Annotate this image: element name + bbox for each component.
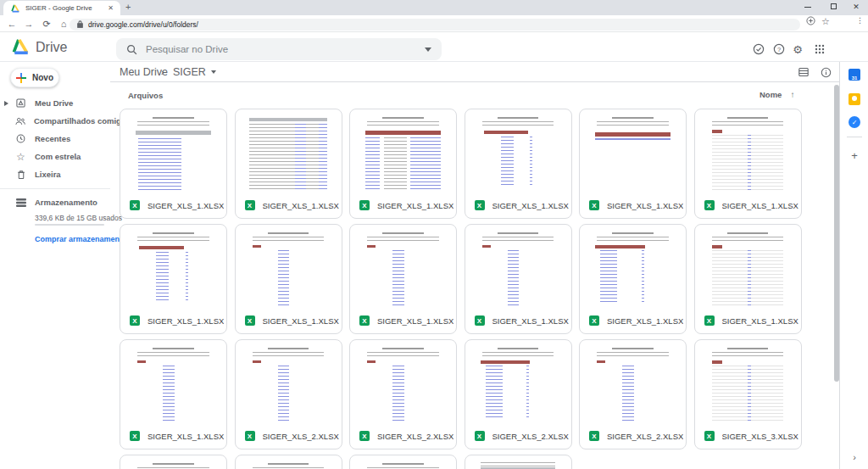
info-icon[interactable] bbox=[819, 65, 832, 79]
file-name: SIGER_XLS_1.XLSX bbox=[722, 201, 798, 210]
back-button[interactable]: ← bbox=[5, 16, 19, 31]
file-name: SIGER_XLS_1.XLSX bbox=[492, 316, 569, 326]
browser-menu-icon[interactable]: ⋮ bbox=[856, 16, 864, 25]
window-close-button[interactable]: ✕ bbox=[844, 0, 868, 15]
help-icon[interactable]: ? bbox=[770, 41, 788, 58]
file-card[interactable]: X bbox=[235, 455, 342, 469]
file-footer: X SIGER_XLS_2.XLSX bbox=[350, 423, 456, 449]
folder-menu-caret-icon[interactable] bbox=[211, 70, 216, 74]
sort-control[interactable]: Nome ↑ bbox=[760, 90, 794, 99]
file-thumbnail bbox=[131, 461, 216, 469]
file-card[interactable]: X SIGER_XLS_1.XLSX bbox=[120, 109, 227, 219]
sidebar-item-storage[interactable]: Armazenamento bbox=[0, 193, 110, 211]
drive-logo-icon[interactable] bbox=[12, 38, 31, 55]
offline-status-icon[interactable] bbox=[749, 41, 768, 58]
drive-logo-text[interactable]: Drive bbox=[36, 40, 67, 55]
file-card[interactable]: X SIGER_XLS_1.XLSX bbox=[120, 339, 227, 449]
excel-file-icon: X bbox=[245, 431, 255, 441]
section-label: Arquivos bbox=[128, 91, 163, 100]
trash-icon bbox=[15, 170, 26, 179]
file-card[interactable]: X SIGER_XLS_1.XLSX bbox=[235, 224, 342, 334]
sort-direction-arrow-icon[interactable]: ↑ bbox=[790, 90, 794, 99]
sort-label[interactable]: Nome bbox=[760, 90, 782, 99]
tab-close-icon[interactable]: ✕ bbox=[106, 4, 115, 12]
sidebar-item-trash[interactable]: Lixeira bbox=[0, 165, 110, 183]
search-icon bbox=[126, 44, 137, 55]
browser-window: SIGER - Google Drive ✕ + ✕ ← → ⟳ ⌂ drive… bbox=[0, 0, 868, 469]
browser-tab[interactable]: SIGER - Google Drive ✕ bbox=[3, 1, 120, 15]
apps-grid-icon[interactable] bbox=[810, 41, 829, 58]
file-thumbnail bbox=[590, 114, 676, 193]
file-name: SIGER_XLS_1.XLSX bbox=[147, 316, 224, 326]
window-minimize-button[interactable] bbox=[796, 0, 820, 15]
file-footer: X SIGER_XLS_1.XLSX bbox=[120, 193, 226, 218]
file-card[interactable]: X SIGER_XLS_1.XLSX bbox=[694, 224, 802, 334]
new-tab-button[interactable]: + bbox=[125, 2, 131, 12]
expand-arrow-icon[interactable] bbox=[4, 101, 8, 106]
svg-text:?: ? bbox=[777, 46, 781, 53]
file-card[interactable]: X SIGER_XLS_2.XLSX bbox=[349, 339, 457, 449]
excel-file-icon: X bbox=[589, 200, 599, 210]
file-card[interactable]: X SIGER_XLS_1.XLSX bbox=[465, 224, 572, 334]
file-thumbnail bbox=[476, 461, 561, 469]
file-card[interactable]: X SIGER_XLS_2.XLSX bbox=[235, 339, 342, 449]
excel-file-icon: X bbox=[475, 431, 485, 441]
file-card[interactable]: X bbox=[465, 455, 572, 469]
tasks-icon[interactable]: ✓ bbox=[849, 116, 860, 128]
keep-icon[interactable] bbox=[849, 93, 860, 105]
forward-button[interactable]: → bbox=[22, 16, 36, 31]
file-card[interactable]: X SIGER_XLS_3.XLSX bbox=[694, 339, 802, 449]
file-name: SIGER_XLS_1.XLSX bbox=[607, 316, 683, 326]
file-card[interactable]: X SIGER_XLS_1.XLSX bbox=[465, 109, 572, 219]
search-bar[interactable] bbox=[116, 38, 442, 60]
file-name: SIGER_XLS_1.XLSX bbox=[377, 316, 453, 326]
window-maximize-button[interactable] bbox=[821, 0, 845, 15]
file-card[interactable]: X SIGER_XLS_1.XLSX bbox=[235, 109, 342, 219]
file-name: SIGER_XLS_1.XLSX bbox=[147, 432, 224, 441]
file-footer: X SIGER_XLS_1.XLSX bbox=[695, 193, 801, 218]
file-thumbnail bbox=[476, 114, 561, 193]
reload-button[interactable]: ⟳ bbox=[40, 16, 53, 31]
file-card[interactable]: X SIGER_XLS_1.XLSX bbox=[579, 109, 687, 219]
sidebar-item-my-drive[interactable]: Meu Drive bbox=[0, 94, 110, 112]
url-text: drive.google.com/drive/u/0/folders/ bbox=[88, 20, 198, 29]
file-card[interactable]: X bbox=[349, 455, 457, 469]
file-card[interactable]: X SIGER_XLS_1.XLSX bbox=[120, 224, 227, 334]
file-footer: X SIGER_XLS_2.XLSX bbox=[465, 423, 571, 449]
list-view-toggle-icon[interactable] bbox=[797, 65, 810, 79]
file-thumbnail bbox=[360, 230, 446, 308]
settings-gear-icon[interactable]: ⚙ bbox=[788, 41, 807, 58]
file-footer: X SIGER_XLS_1.XLSX bbox=[236, 308, 342, 333]
search-input[interactable] bbox=[146, 44, 425, 54]
calendar-icon[interactable]: 31 bbox=[849, 69, 860, 81]
file-card[interactable]: X SIGER_XLS_1.XLSX bbox=[694, 109, 802, 219]
file-footer: X SIGER_XLS_1.XLSX bbox=[350, 308, 456, 333]
file-card[interactable]: X SIGER_XLS_1.XLSX bbox=[579, 224, 687, 334]
file-thumbnail bbox=[131, 230, 216, 308]
file-thumbnail bbox=[476, 230, 561, 308]
new-button[interactable]: Novo bbox=[10, 68, 59, 87]
excel-file-icon: X bbox=[704, 431, 715, 441]
file-card[interactable]: X SIGER_XLS_2.XLSX bbox=[465, 339, 572, 449]
file-thumbnail bbox=[246, 461, 331, 469]
my-drive-icon bbox=[15, 98, 26, 108]
home-button[interactable]: ⌂ bbox=[57, 16, 70, 31]
add-addon-button[interactable]: + bbox=[840, 149, 868, 162]
file-card[interactable]: X SIGER_XLS_1.XLSX bbox=[349, 109, 457, 219]
bookmark-star-icon[interactable]: ☆ bbox=[821, 16, 830, 27]
sidebar-item-shared-with-me[interactable]: Compartilhados comigo bbox=[0, 112, 110, 130]
sidebar-item-recent[interactable]: Recentes bbox=[0, 130, 110, 148]
buy-storage-link[interactable]: Comprar armazenamento bbox=[35, 235, 127, 243]
file-card[interactable]: X SIGER_XLS_2.XLSX bbox=[579, 339, 687, 449]
collapse-panel-chevron-icon[interactable]: › bbox=[840, 452, 868, 462]
file-name: SIGER_XLS_2.XLSX bbox=[607, 432, 683, 441]
search-options-caret-icon[interactable] bbox=[425, 47, 431, 52]
breadcrumb-current[interactable]: SIGER bbox=[173, 62, 216, 82]
file-card[interactable]: X bbox=[120, 455, 227, 469]
install-icon[interactable] bbox=[806, 16, 815, 25]
sidebar-item-starred[interactable]: ☆ Com estrela bbox=[0, 148, 110, 165]
file-card[interactable]: X SIGER_XLS_1.XLSX bbox=[349, 224, 457, 334]
address-bar[interactable]: drive.google.com/drive/u/0/folders/ bbox=[70, 19, 800, 31]
file-footer: X SIGER_XLS_1.XLSX bbox=[580, 308, 686, 333]
file-name: SIGER_XLS_2.XLSX bbox=[263, 432, 339, 441]
